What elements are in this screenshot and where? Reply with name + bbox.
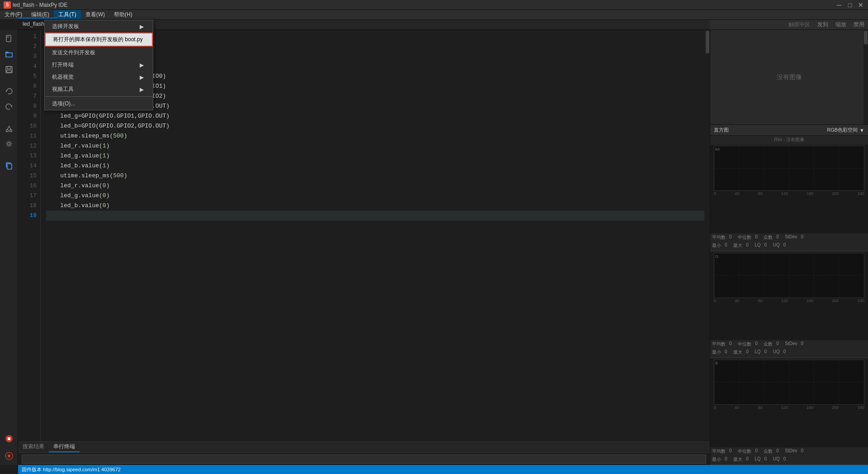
histogram-xaxis-r: 04080120160200240 [714, 191, 864, 196]
histogram-stats2-r: 最小0 最大0 LQ0 UQ0 [710, 242, 868, 250]
terminal-area [18, 452, 710, 465]
sidebar-save-file[interactable] [2, 62, 16, 77]
connect-btn[interactable]: 发到 [817, 21, 828, 28]
sidebar-copy[interactable] [2, 158, 16, 173]
submenu-arrow-icon: ▶ [140, 62, 144, 68]
terminal-input[interactable] [22, 455, 706, 464]
submenu-arrow-icon: ▶ [140, 74, 144, 81]
window-controls[interactable]: ─ □ ✕ [835, 1, 864, 9]
right-panel: 没有图像 直方图 RGB色彩空间 ▼ Res - 没有图像 [710, 30, 868, 465]
disable-btn[interactable]: 禁用 [854, 21, 864, 28]
svg-rect-11 [8, 455, 10, 457]
colorspace-selector[interactable]: RGB色彩空间 ▼ [827, 127, 864, 133]
maximize-button[interactable]: □ [846, 1, 854, 9]
tools-save-to-boot[interactable]: 将打开的脚本保存到开发板的 boot.py [45, 33, 153, 47]
zoom-btn[interactable]: 缩放 [835, 21, 846, 28]
svg-point-4 [6, 130, 8, 132]
close-button[interactable]: ✕ [857, 1, 864, 9]
titlebar-left: S led_flash - MaixPy IDE [4, 1, 67, 9]
image-preview: 没有图像 [710, 30, 868, 125]
editor-scrollbar[interactable] [705, 30, 710, 441]
preview-scrollbar[interactable] [863, 30, 868, 124]
sidebar [0, 30, 18, 465]
menu-help[interactable]: 帮助(H) [109, 10, 137, 19]
sidebar-stop[interactable] [2, 449, 16, 463]
tools-machine-vision[interactable]: 机器视觉 ▶ [45, 71, 153, 83]
sidebar-new-file[interactable] [2, 32, 16, 46]
firmware-text: 固件版本 http://blog.sipeed.com/m1 4039672 [22, 466, 121, 473]
sidebar-undo[interactable] [2, 84, 16, 99]
sidebar-run-stop[interactable] [2, 431, 16, 446]
svg-rect-9 [8, 437, 10, 440]
submenu-arrow-icon: ▶ [140, 24, 144, 30]
histogram-stats-b: 平均数0 中位数0 众数0 StDev0 [710, 447, 868, 455]
title-bar: S led_flash - MaixPy IDE ─ □ ✕ [0, 0, 868, 10]
touch-zone-label: 触摸中区 [788, 21, 810, 28]
menu-view[interactable]: 查看(W) [81, 10, 109, 19]
histogram-panel-r: 64 04080120160200240 平均数0 中位数0 众数0 StDev… [710, 144, 868, 251]
sidebar-settings[interactable] [2, 137, 16, 151]
tools-dropdown: 选择开发板 ▶ 将打开的脚本保存到开发板的 boot.py 发送文件到开发板 打… [44, 20, 153, 110]
tools-send-file[interactable]: 发送文件到开发板 [45, 47, 153, 59]
tools-select-board[interactable]: 选择开发板 ▶ [45, 20, 153, 33]
firmware-bar: 固件版本 http://blog.sipeed.com/m1 4039672 [18, 465, 868, 474]
svg-rect-7 [7, 164, 12, 169]
histogram-chart-g: G [714, 253, 864, 298]
histogram-xaxis-g: 04080120160200240 [714, 298, 864, 303]
line-numbers: 1 2 3 4 5 6 7 8 9 10 11 12 13 14 15 16 1… [18, 30, 41, 441]
histogram-xaxis-b: 04080120160200240 [714, 405, 864, 410]
submenu-arrow-icon: ▶ [140, 86, 144, 93]
histogram-res-label: Res - 没有图像 [710, 136, 868, 144]
svg-rect-2 [7, 66, 11, 69]
svg-point-5 [9, 130, 12, 132]
dropdown-separator [45, 96, 153, 97]
histogram-chart-b: B [714, 360, 864, 405]
svg-rect-3 [7, 70, 11, 72]
minimize-button[interactable]: ─ [835, 1, 843, 9]
histogram-stats2-b: 最小0 最大0 LQ0 UQ0 [710, 455, 868, 464]
colorspace-dropdown-icon[interactable]: ▼ [859, 128, 864, 133]
bottom-tab-bar: 搜索结果 串行终端 [18, 441, 710, 452]
histogram-chart-r: 64 [714, 146, 864, 191]
menu-bar: 文件(F) 编辑(E) 工具(T) 查看(W) 帮助(H) 选择开发板 ▶ 将打… [0, 10, 868, 20]
tools-video-tools[interactable]: 视频工具 ▶ [45, 83, 153, 95]
window-title: led_flash - MaixPy IDE [13, 2, 67, 8]
colorspace-label: RGB色彩空间 [827, 127, 858, 133]
no-image-text: 没有图像 [777, 73, 802, 81]
histogram-header: 直方图 RGB色彩空间 ▼ [710, 125, 868, 136]
tab-label: led_flash [23, 21, 44, 27]
sidebar-open-file[interactable] [2, 47, 16, 62]
histogram-stats-r: 平均数0 中位数0 众数0 StDev0 [710, 233, 868, 242]
svg-point-6 [8, 142, 10, 145]
tools-options[interactable]: 选项(O)... [45, 98, 153, 110]
tools-open-terminal[interactable]: 打开终端 ▶ [45, 59, 153, 71]
app-icon: S [4, 1, 11, 9]
histogram-stats-g: 平均数0 中位数0 众数0 StDev0 [710, 340, 868, 348]
histogram-panel-b: B 04080120160200240 平均数0 中位数0 众数0 StDev0… [710, 358, 868, 465]
histogram-stats2-g: 最小0 最大0 LQ0 UQ0 [710, 348, 868, 356]
tab-search-results[interactable]: 搜索结果 [18, 442, 49, 452]
sidebar-redo[interactable] [2, 100, 16, 114]
tab-serial-terminal[interactable]: 串行终端 [49, 442, 80, 452]
sidebar-cut[interactable] [2, 121, 16, 136]
right-panel-status: 触摸中区 发到 缩放 禁用 [710, 20, 868, 30]
svg-rect-0 [6, 35, 11, 42]
histogram-title: 直方图 [714, 127, 729, 133]
histogram-section: 直方图 RGB色彩空间 ▼ Res - 没有图像 [710, 125, 868, 465]
histogram-panel-g: G 04080120160200240 平均数0 中位数0 众数0 StDev0… [710, 251, 868, 358]
